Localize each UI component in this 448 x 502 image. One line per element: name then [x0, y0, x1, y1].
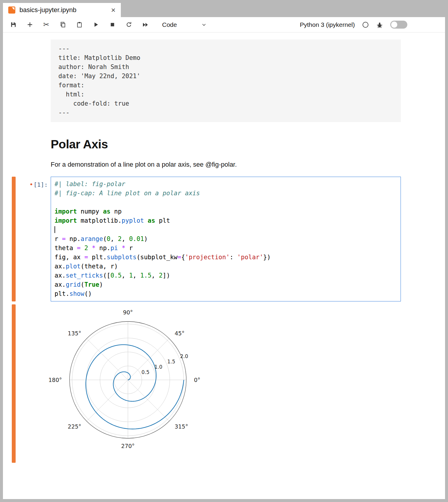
toggle-knob	[391, 22, 397, 28]
code-cell: •[1]: #| label: fig-polar#| fig-cap: A l…	[3, 177, 445, 301]
execution-prompt: •[1]:	[29, 177, 51, 301]
cell-gutter	[3, 304, 51, 463]
fast-forward-icon	[142, 21, 149, 28]
svg-text:135°: 135°	[68, 330, 81, 337]
app-window: basics-jupyter.ipynb × ✂	[0, 0, 448, 502]
cell-gutter: •[1]:	[3, 177, 51, 301]
cell-gutter	[3, 40, 51, 122]
svg-text:0°: 0°	[194, 377, 200, 383]
frontmatter-cell[interactable]: --- title: Matplotlib Demo author: Norah…	[51, 40, 401, 122]
stop-icon	[109, 21, 116, 28]
svg-text:315°: 315°	[174, 423, 188, 430]
interrupt-kernel-button[interactable]	[108, 21, 116, 29]
markdown-cell[interactable]: Polar Axis For a demonstration of a line…	[3, 137, 445, 177]
svg-text:45°: 45°	[174, 330, 185, 337]
cell-type-label: Code	[162, 21, 177, 28]
notebook-tab[interactable]: basics-jupyter.ipynb ×	[3, 3, 121, 17]
save-button[interactable]	[9, 21, 17, 29]
code-editor[interactable]: #| label: fig-polar#| fig-cap: A line pl…	[51, 177, 401, 301]
polar-plot: 0°45°90°135°180°225°270°315°0.51.01.52.0	[49, 306, 238, 455]
markdown-rendered: Polar Axis For a demonstration of a line…	[51, 137, 401, 177]
jupyterlab-window: basics-jupyter.ipynb × ✂	[3, 3, 445, 499]
svg-text:270°: 270°	[121, 443, 135, 449]
tab-title: basics-jupyter.ipynb	[19, 6, 107, 14]
tab-close-icon[interactable]: ×	[111, 6, 116, 14]
raw-cell: --- title: Matplotlib Demo author: Norah…	[3, 40, 445, 122]
code-editor-content: #| label: fig-polar#| fig-cap: A line pl…	[55, 180, 397, 298]
debugger-bug-icon[interactable]	[376, 21, 383, 28]
restart-icon	[126, 21, 132, 28]
cell-output: 0°45°90°135°180°225°270°315°0.51.01.52.0	[51, 304, 401, 463]
output-cell: 0°45°90°135°180°225°270°315°0.51.01.52.0	[3, 304, 445, 463]
section-heading: Polar Axis	[51, 137, 401, 151]
simple-mode-toggle[interactable]	[390, 21, 407, 29]
restart-kernel-button[interactable]	[125, 21, 133, 29]
svg-text:1.5: 1.5	[167, 359, 175, 365]
paste-icon	[76, 21, 83, 28]
prompt-text: [1]:	[34, 181, 48, 188]
input-collapser[interactable]	[12, 177, 16, 301]
restart-run-all-button[interactable]	[141, 21, 149, 29]
paste-cell-button[interactable]	[75, 21, 83, 29]
output-collapser[interactable]	[12, 304, 16, 463]
cell-gutter	[3, 137, 51, 177]
save-icon	[10, 21, 17, 28]
kernel-name[interactable]: Python 3 (ipykernel)	[300, 21, 355, 28]
svg-text:2.0: 2.0	[180, 353, 188, 359]
notebook-content: --- title: Matplotlib Demo author: Norah…	[3, 32, 445, 499]
run-icon	[93, 21, 99, 28]
cell-type-dropdown[interactable]: Code	[162, 21, 207, 28]
copy-cell-button[interactable]	[59, 21, 67, 29]
copy-icon	[60, 21, 66, 28]
svg-text:0.5: 0.5	[141, 369, 149, 375]
insert-cell-button[interactable]	[26, 21, 34, 29]
cut-icon: ✂	[43, 20, 50, 29]
notebook-file-icon	[8, 6, 15, 14]
svg-text:90°: 90°	[123, 309, 133, 316]
run-cell-button[interactable]	[92, 21, 100, 29]
svg-text:1.0: 1.0	[154, 364, 162, 370]
toolbar-kernel-area: Python 3 (ipykernel)	[300, 21, 445, 29]
plus-icon	[27, 21, 33, 28]
svg-text:225°: 225°	[68, 423, 81, 430]
tab-bar: basics-jupyter.ipynb ×	[3, 3, 445, 17]
cell-dirty-indicator: •	[29, 181, 33, 188]
cut-cell-button[interactable]: ✂	[42, 21, 50, 29]
notebook-toolbar: ✂	[3, 17, 445, 32]
section-paragraph: For a demonstration of a line plot on a …	[51, 161, 401, 168]
kernel-status-icon	[362, 21, 369, 28]
chevron-down-icon	[201, 22, 207, 28]
